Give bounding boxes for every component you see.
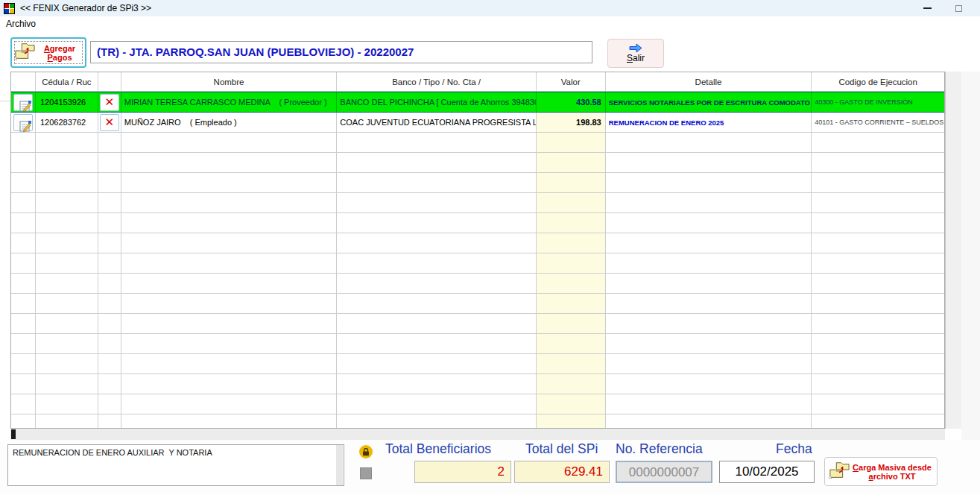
valor-cell[interactable] <box>537 274 606 293</box>
table-row[interactable]: ✕ <box>11 173 944 193</box>
codigo-cell[interactable] <box>812 173 944 192</box>
valor-cell[interactable] <box>537 133 606 152</box>
codigo-cell[interactable] <box>812 294 944 313</box>
vertical-scrollbar[interactable] <box>945 72 961 429</box>
banco-cell[interactable]: COAC JUVENTUD ECUATORIANA PROGRESISTA LT… <box>337 113 537 132</box>
cedula-cell[interactable] <box>36 173 98 192</box>
nombre-cell[interactable] <box>121 193 338 212</box>
banco-cell[interactable] <box>337 414 537 429</box>
nombre-cell[interactable] <box>121 173 338 192</box>
detalle-cell[interactable] <box>606 193 812 212</box>
carga-masiva-button[interactable]: Carga Masiva desde archivo TXT <box>824 457 938 486</box>
nombre-cell[interactable] <box>121 274 338 293</box>
header-codigo[interactable]: Codigo de Ejecucion <box>812 72 944 91</box>
table-row[interactable]: 1204153926 ✕ MIRIAN TERESA CARRASCO MEDI… <box>11 92 944 113</box>
detalle-cell[interactable] <box>606 274 812 293</box>
descripcion-textarea[interactable]: REMUNERACION DE ENERO AUXILIAR Y NOTARIA <box>7 444 344 486</box>
valor-cell[interactable] <box>537 314 606 333</box>
edit-row-button[interactable] <box>13 94 33 111</box>
nombre-cell[interactable]: MUÑOZ JAIRO ( Empleado ) <box>121 113 338 132</box>
header-valor[interactable]: Valor <box>537 72 606 91</box>
cedula-cell[interactable] <box>36 193 98 212</box>
table-row[interactable]: ✕ <box>11 133 944 153</box>
nombre-cell[interactable] <box>121 354 338 373</box>
cedula-cell[interactable] <box>36 374 98 394</box>
banco-cell[interactable] <box>337 354 537 373</box>
detalle-cell[interactable] <box>606 334 812 353</box>
detalle-cell[interactable] <box>606 253 812 273</box>
cedula-cell[interactable] <box>36 334 98 353</box>
codigo-cell[interactable] <box>812 133 944 152</box>
cedula-cell[interactable] <box>36 274 98 293</box>
table-row[interactable]: ✕ <box>11 213 944 233</box>
nombre-cell[interactable] <box>121 294 338 313</box>
table-row[interactable]: ✕ <box>11 233 944 253</box>
codigo-cell[interactable] <box>812 374 944 394</box>
nombre-cell[interactable] <box>121 233 338 253</box>
codigo-cell[interactable] <box>812 253 944 273</box>
codigo-cell[interactable] <box>812 414 944 429</box>
banco-cell[interactable] <box>337 153 537 172</box>
codigo-cell[interactable]: 40101 - GASTO CORRIENTE – SUELDOS <box>812 113 944 132</box>
detalle-cell[interactable] <box>606 354 812 373</box>
header-nombre[interactable]: Nombre <box>121 72 338 91</box>
banco-cell[interactable] <box>337 394 537 414</box>
delete-row-button[interactable]: ✕ <box>100 114 119 131</box>
codigo-cell[interactable] <box>812 314 944 333</box>
table-row[interactable]: ✕ <box>11 394 944 414</box>
cedula-cell[interactable] <box>36 253 98 273</box>
detalle-cell[interactable] <box>606 394 812 414</box>
delete-row-button[interactable]: ✕ <box>100 94 119 111</box>
fecha-field[interactable]: 10/02/2025 <box>719 461 815 483</box>
table-row[interactable]: ✕ <box>11 374 944 394</box>
cedula-cell[interactable] <box>36 213 98 233</box>
agregar-pagos-button[interactable]: Agregar Pagos <box>10 37 86 68</box>
cedula-cell[interactable] <box>36 294 98 313</box>
cedula-cell[interactable] <box>36 314 98 333</box>
table-row[interactable]: ✕ <box>11 414 944 429</box>
horizontal-scrollbar-thumb[interactable] <box>11 429 16 439</box>
valor-cell[interactable] <box>537 414 606 429</box>
detalle-cell[interactable] <box>606 133 812 152</box>
table-row[interactable]: ✕ <box>11 314 944 334</box>
banco-cell[interactable] <box>337 233 537 253</box>
cedula-cell[interactable] <box>36 133 98 152</box>
codigo-cell[interactable] <box>812 193 944 212</box>
table-row[interactable]: ✕ <box>11 153 944 173</box>
banco-cell[interactable]: BANCO DEL PICHINCHA [ Cuenta de Ahorros … <box>337 92 537 112</box>
nombre-cell[interactable] <box>121 253 338 273</box>
cedula-cell[interactable]: 1204153926 <box>36 92 98 112</box>
valor-cell[interactable]: 198.83 <box>537 113 606 132</box>
table-row[interactable]: ✕ <box>11 354 944 374</box>
detalle-cell[interactable] <box>606 233 812 253</box>
codigo-cell[interactable]: 40300 - GASTO DE INVERSIÓN <box>812 92 944 112</box>
valor-cell[interactable] <box>537 173 606 192</box>
banco-cell[interactable] <box>337 193 537 212</box>
detalle-cell[interactable] <box>606 153 812 172</box>
valor-cell[interactable] <box>537 394 606 414</box>
table-row[interactable]: ✕ <box>11 193 944 213</box>
cedula-cell[interactable] <box>36 414 98 429</box>
valor-cell[interactable] <box>537 354 606 373</box>
codigo-cell[interactable] <box>812 334 944 353</box>
detalle-cell[interactable] <box>606 294 812 313</box>
nombre-cell[interactable] <box>121 213 338 233</box>
cedula-cell[interactable] <box>36 233 98 253</box>
header-banco[interactable]: Banco / Tipo / No. Cta / <box>337 72 537 91</box>
salir-button[interactable]: Salir <box>607 39 664 68</box>
codigo-cell[interactable] <box>812 233 944 253</box>
banco-cell[interactable] <box>337 253 537 273</box>
nombre-cell[interactable] <box>121 133 338 152</box>
header-detalle[interactable]: Detalle <box>606 72 812 91</box>
table-row[interactable]: ✕ <box>11 294 944 314</box>
detalle-cell[interactable] <box>606 414 812 429</box>
edit-row-button[interactable] <box>13 114 33 131</box>
codigo-cell[interactable] <box>812 153 944 172</box>
cedula-cell[interactable]: 1206283762 <box>36 113 98 132</box>
valor-cell[interactable] <box>537 233 606 253</box>
detalle-cell[interactable] <box>606 213 812 233</box>
banco-cell[interactable] <box>337 334 537 353</box>
table-row[interactable]: ✕ <box>11 334 944 354</box>
codigo-cell[interactable] <box>812 354 944 373</box>
valor-cell[interactable] <box>537 193 606 212</box>
